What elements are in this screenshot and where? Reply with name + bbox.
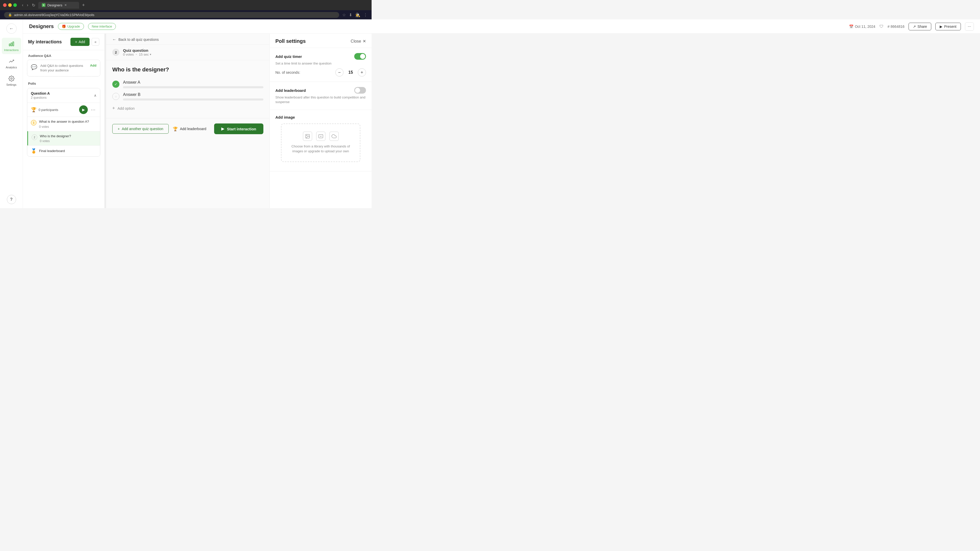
main-content: My interactions + Add « Audience Q&A 💬 A… — [23, 34, 372, 208]
sidebar-item-settings[interactable]: Settings — [2, 73, 21, 89]
question-votes: 0 votes — [39, 125, 89, 129]
add-leaderboard-btn[interactable]: 🏆 Add leaderboard — [173, 127, 207, 131]
forward-arrow-btn[interactable]: › — [26, 2, 29, 8]
help-btn[interactable]: ? — [7, 195, 16, 204]
poll-participants-row: 🏆 0 participants ▶ ⋯ — [27, 103, 100, 117]
lock-icon: 🔒 — [8, 13, 12, 17]
answer-option-b[interactable]: ○ Answer B — [112, 92, 263, 100]
answer-circle-icon: ○ — [112, 93, 119, 100]
close-panel-btn[interactable]: Close ✕ — [351, 39, 366, 44]
download-btn[interactable]: ⬇ — [349, 13, 352, 17]
plus-icon: + — [118, 127, 120, 131]
audience-qa-card[interactable]: 💬 Add Q&A to collect questions from your… — [27, 60, 100, 76]
add-quiz-question-btn[interactable]: + Add another quiz question — [112, 124, 169, 134]
upload-from-library-icon — [316, 132, 325, 141]
collapse-panel-btn[interactable]: « — [92, 38, 99, 46]
qa-add-btn[interactable]: Add — [90, 64, 97, 67]
audience-qa-section-label: Audience Q&A — [23, 50, 104, 60]
add-interaction-btn[interactable]: + Add — [70, 38, 89, 46]
poll-group-header[interactable]: Question A 2 questions ∧ — [27, 88, 100, 103]
question-votes: 0 votes — [40, 139, 71, 143]
poll-group-title: Question A — [31, 91, 50, 95]
interactions-icon — [8, 40, 15, 48]
address-text: admin.sli.do/event/8Goq3eqYCVaD6c1SPMVoE… — [14, 13, 335, 17]
add-label: Add — [79, 40, 85, 44]
answer-option-a[interactable]: ✓ Answer A — [112, 80, 263, 88]
add-option-row[interactable]: + Add option — [112, 105, 263, 112]
reload-btn[interactable]: ↻ — [31, 2, 36, 8]
nav-back-btn[interactable]: ← — [6, 24, 17, 34]
incognito-btn[interactable]: 🕵 — [355, 13, 360, 17]
stepper-increase-btn[interactable]: + — [358, 68, 366, 76]
quiz-timer-toggle[interactable] — [354, 53, 366, 60]
upload-from-cloud-icon — [329, 132, 339, 141]
address-bar[interactable]: 🔒 admin.sli.do/event/8Goq3eqYCVaD6c1SPMV… — [4, 12, 339, 18]
participants-text: 🏆 0 participants — [31, 107, 58, 113]
browser-address-bar: 🔒 admin.sli.do/event/8Goq3eqYCVaD6c1SPMV… — [0, 10, 372, 19]
svg-point-5 — [306, 135, 307, 136]
leaderboard-toggle[interactable] — [354, 87, 366, 94]
poll-group-count: 2 questions — [31, 96, 50, 100]
votes-text: 0 votes — [123, 52, 134, 56]
stepper-decrease-btn[interactable]: − — [335, 68, 344, 76]
answer-block: Answer B — [123, 92, 263, 100]
left-panel: My interactions + Add « Audience Q&A 💬 A… — [23, 34, 105, 208]
list-item[interactable]: ℹ What is the answer in question A? 0 vo… — [27, 117, 100, 131]
tab-close-btn[interactable]: ✕ — [64, 3, 67, 7]
question-meta: 0 votes • 15 sec ▾ — [123, 52, 151, 56]
settings-label: Settings — [6, 83, 17, 86]
seconds-label: No. of seconds: — [275, 70, 331, 75]
stepper-value: 15 — [348, 70, 354, 75]
center-panel: ← Back to all quiz questions 2 Quiz ques… — [106, 34, 269, 208]
browser-tab[interactable]: S Designers ✕ — [38, 2, 79, 9]
upload-from-device-icon — [303, 132, 312, 141]
sidebar-item-analytics[interactable]: Analytics — [2, 55, 21, 71]
quiz-timer-header: Add quiz timer — [275, 53, 366, 60]
group-more-btn[interactable]: ⋯ — [90, 106, 97, 114]
quiz-question-header: 2 Quiz question 0 votes • 15 sec ▾ — [106, 44, 269, 60]
question-content: Who is the designer? 0 votes — [40, 134, 71, 143]
new-interface-btn[interactable]: New interface — [88, 23, 116, 30]
question-type-info: Quiz question 0 votes • 15 sec ▾ — [123, 48, 151, 56]
add-quiz-label: Add another quiz question — [122, 127, 163, 131]
quiz-timer-setting: Add quiz timer Set a time limit to answe… — [270, 48, 372, 82]
play-group-btn[interactable]: ▶ — [79, 105, 88, 114]
quiz-timer-label: Add quiz timer — [275, 54, 302, 59]
add-leaderboard-label: Add leaderboard — [180, 127, 207, 131]
bottom-actions: + Add another quiz question 🏆 Add leader… — [106, 118, 269, 139]
start-interaction-btn[interactable]: ▶ Start interaction — [214, 124, 263, 134]
trophy-icon: 🏆 — [31, 107, 37, 113]
leaderboard-setting-label: Add leaderboard — [275, 88, 306, 93]
back-arrow-btn[interactable]: ‹ — [21, 2, 24, 8]
back-arrow-icon: ← — [112, 37, 116, 42]
toggle-knob — [360, 54, 365, 59]
window-minimize-btn[interactable] — [8, 3, 12, 7]
sidebar-item-interactions[interactable]: Interactions — [2, 38, 21, 54]
browser-menu-btn[interactable]: ⋮ — [363, 13, 368, 17]
icon-nav: ← Interactions Analytics — [0, 19, 23, 208]
bookmark-btn[interactable]: ☆ — [342, 13, 346, 17]
answer-block: Answer A — [123, 80, 263, 88]
image-upload-area[interactable]: Choose from a library with thousands of … — [281, 124, 360, 162]
browser-window-controls — [3, 3, 17, 7]
interactions-label: Interactions — [4, 48, 19, 52]
polls-section: Polls Question A 2 questions ∧ 🏆 — [23, 79, 104, 159]
question-content-area: Who is the designer? ✓ Answer A ○ Answer… — [106, 60, 269, 118]
add-option-label: Add option — [118, 106, 135, 110]
new-tab-btn[interactable]: + — [82, 3, 85, 8]
add-image-section: Add image — [270, 110, 372, 171]
svg-rect-1 — [11, 43, 12, 46]
close-icon: ✕ — [363, 39, 366, 44]
list-item[interactable]: 2 Who is the designer? 0 votes — [27, 131, 100, 145]
answer-bar — [123, 86, 263, 88]
svg-rect-2 — [13, 42, 14, 46]
back-to-quiz-link[interactable]: ← Back to all quiz questions — [106, 34, 269, 44]
upload-description: Choose from a library with thousands of … — [286, 144, 355, 154]
window-maximize-btn[interactable] — [13, 3, 17, 7]
window-close-btn[interactable] — [3, 3, 6, 7]
upgrade-btn[interactable]: 🎁 Upgrade — [58, 23, 84, 30]
play-icon: ▶ — [221, 127, 224, 131]
svg-point-3 — [11, 78, 12, 79]
final-leaderboard-item[interactable]: 🏅 Final leaderboard — [27, 145, 100, 156]
chevron-up-icon: ∧ — [94, 94, 97, 97]
